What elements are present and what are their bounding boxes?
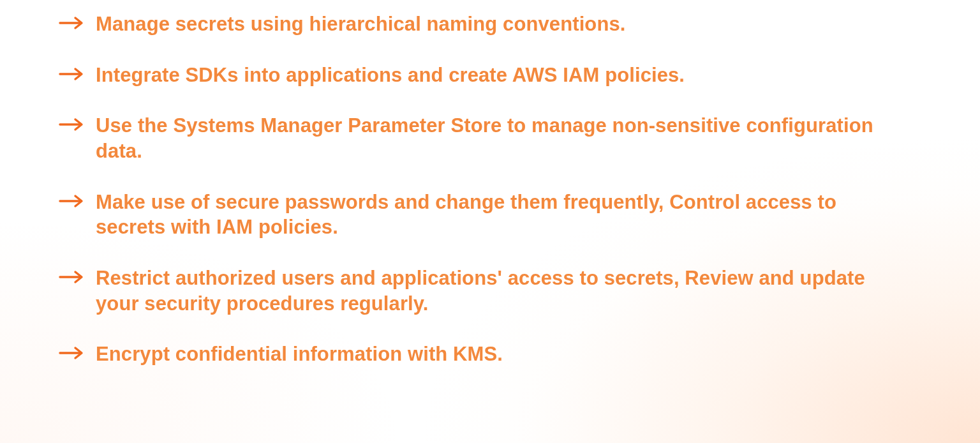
list-item: Encrypt confidential information with KM… [59, 342, 929, 367]
list-item-text: Manage secrets using hierarchical naming… [96, 11, 626, 37]
list-item-text: Restrict authorized users and applicatio… [96, 266, 887, 316]
bullet-list: Manage secrets using hierarchical naming… [59, 11, 929, 367]
arrow-right-icon [59, 15, 84, 31]
list-item: Use the Systems Manager Parameter Store … [59, 113, 929, 163]
list-item: Integrate SDKs into applications and cre… [59, 63, 929, 88]
list-item-text: Encrypt confidential information with KM… [96, 342, 503, 367]
list-item: Manage secrets using hierarchical naming… [59, 11, 929, 37]
arrow-right-icon [59, 269, 84, 285]
list-item-text: Make use of secure passwords and change … [96, 190, 887, 240]
list-item-text: Use the Systems Manager Parameter Store … [96, 113, 887, 163]
list-item: Make use of secure passwords and change … [59, 190, 929, 240]
arrow-right-icon [59, 193, 84, 209]
arrow-right-icon [59, 345, 84, 361]
list-item: Restrict authorized users and applicatio… [59, 266, 929, 316]
arrow-right-icon [59, 66, 84, 82]
list-item-text: Integrate SDKs into applications and cre… [96, 63, 685, 88]
arrow-right-icon [59, 117, 84, 132]
